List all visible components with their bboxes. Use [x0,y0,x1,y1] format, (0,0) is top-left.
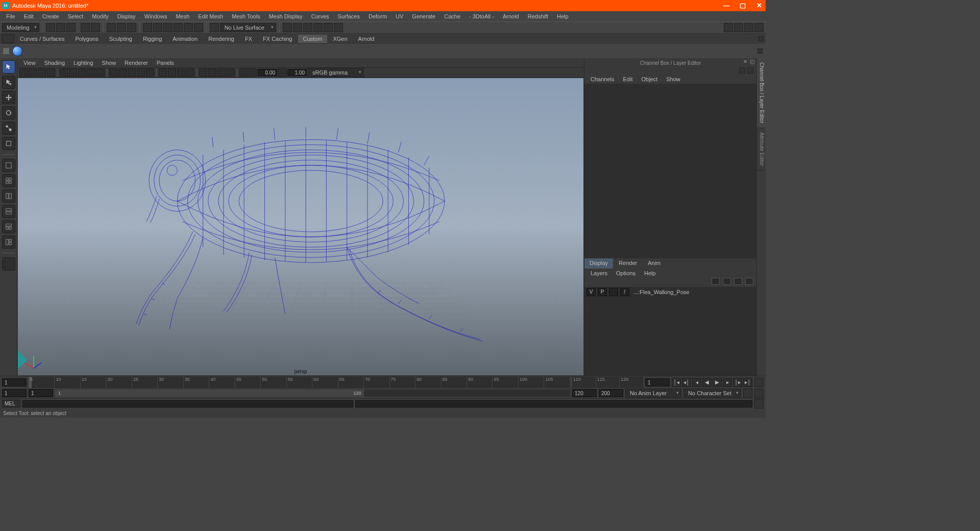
redo-icon[interactable] [91,23,100,32]
snap-plane-icon[interactable] [174,23,183,32]
channel-mode-icon-1[interactable] [739,67,745,74]
toggle-modeling-toolkit-icon[interactable] [754,23,764,32]
snap-curve-icon[interactable] [153,23,162,32]
move-layer-up-icon[interactable] [712,278,720,285]
layer-name[interactable]: ...:Flea_Walking_Pose [631,289,690,295]
save-scene-icon[interactable] [66,23,76,32]
render-settings-icon[interactable] [313,23,323,32]
wireframe-icon[interactable] [109,68,117,77]
shelf-edit-icon[interactable] [3,48,9,54]
panel-menu-panels[interactable]: Panels [153,59,178,67]
3d-viewport[interactable]: persp [18,78,583,375]
menu-modify[interactable]: Modify [88,12,112,20]
panel-menu-view[interactable]: View [19,59,40,67]
side-tab-attribute-editor[interactable]: Attribute Editor [757,128,766,171]
ssao-icon[interactable] [199,68,207,77]
go-to-end-button[interactable]: ▸│ [743,378,752,387]
snap-grid-icon[interactable] [143,23,152,32]
snap-view-icon[interactable] [194,23,203,32]
time-ruler[interactable]: 5101520253035404550556065707580859095100… [29,377,570,388]
shelf-tab-arnold[interactable]: Arnold [353,35,380,43]
close-button[interactable]: ✕ [754,1,764,10]
script-editor-icon[interactable] [754,399,764,408]
range-start-field[interactable]: 1 [2,389,27,397]
menu-mesh-tools[interactable]: Mesh Tools [228,12,264,20]
layout-three-top-icon[interactable] [2,220,15,233]
isolate-select-icon[interactable] [159,68,167,77]
panel-menu-show[interactable]: Show [98,59,120,67]
play-forward-button[interactable]: ▶ [713,378,722,387]
close-panel-icon[interactable]: ✕ [743,59,747,64]
resolution-gate-icon[interactable] [69,68,77,77]
ipr-render-icon[interactable] [303,23,312,32]
cb-menu-show[interactable]: Show [662,75,684,83]
layer-type-cell[interactable] [609,288,618,296]
menu-create[interactable]: Create [38,12,63,20]
maximize-button[interactable]: ▢ [738,1,747,10]
layer-tab-display[interactable]: Display [584,258,613,269]
shadows-icon[interactable] [146,68,154,77]
toggle-tool-settings-icon[interactable] [734,23,743,32]
camera-bookmarks-icon[interactable] [38,68,46,77]
gate-mask-icon[interactable] [78,68,86,77]
shelf-tab-rigging[interactable]: Rigging [138,35,167,43]
step-back-button[interactable]: ◂ [692,378,701,387]
menu-mesh[interactable]: Mesh [172,12,193,20]
last-tool[interactable] [2,137,15,150]
menu-arnold[interactable]: Arnold [499,12,523,20]
open-scene-icon[interactable] [56,23,65,32]
menu-edit-mesh[interactable]: Edit Mesh [194,12,227,20]
range-bar[interactable]: 1 120 [55,390,570,397]
gamma-icon[interactable] [278,68,286,77]
gamma-field[interactable]: 1.00 [287,69,307,76]
panel-menu-renderer[interactable]: Renderer [120,59,152,67]
current-frame-field-left[interactable]: 1 [2,378,27,387]
shelf-tab-fx[interactable]: FX [240,35,257,43]
select-camera-icon[interactable] [19,68,28,77]
new-scene-icon[interactable] [46,23,55,32]
current-frame-field-right[interactable]: 1 [645,378,670,387]
layer-playback-cell[interactable]: P [598,288,607,296]
side-tab-channel-box[interactable]: Channel Box / Layer Editor [757,58,766,128]
shelf-tab-xgen[interactable]: XGen [328,35,352,43]
image-plane-icon[interactable] [47,68,55,77]
layer-menu-layers[interactable]: Layers [586,269,611,277]
menu-deform[interactable]: Deform [364,12,391,20]
use-lights-icon[interactable] [137,68,145,77]
xray-icon[interactable] [168,68,176,77]
new-layer-assign-icon[interactable] [745,278,753,285]
render-current-icon[interactable] [293,23,302,32]
panel-menu-shading[interactable]: Shading [40,59,69,67]
shelf-tab-rendering[interactable]: Rendering [203,35,239,43]
menu-edit[interactable]: Edit [20,12,38,20]
cb-menu-object[interactable]: Object [637,75,662,83]
select-by-component-icon[interactable] [127,23,136,32]
menu-uv[interactable]: UV [391,12,407,20]
multisample-icon[interactable] [217,68,226,77]
layer-visibility-cell[interactable]: V [586,288,596,296]
safe-action-icon[interactable] [96,68,105,77]
use-textures-icon[interactable] [128,68,136,77]
shelf-scroll-down-icon[interactable] [757,49,763,54]
menu-windows[interactable]: Windows [140,12,172,20]
command-input[interactable] [22,400,353,407]
step-forward-key-button[interactable]: │▸ [733,378,742,387]
shelf-custom-button[interactable] [12,46,22,56]
xray-components-icon[interactable] [186,68,194,77]
toggle-channel-box-icon[interactable] [744,23,753,32]
playback-loop-icon[interactable] [754,378,764,387]
live-surface-dropdown[interactable]: No Live Surface [220,23,276,32]
shelf-tab-animation[interactable]: Animation [167,35,203,43]
move-layer-down-icon[interactable] [723,278,731,285]
select-by-object-icon[interactable] [117,23,126,32]
hypershade-icon[interactable] [324,23,333,32]
range-handle[interactable]: 1 120 [55,390,364,397]
menu-cache[interactable]: Cache [440,12,464,20]
exposure-field[interactable]: 0.00 [258,69,277,76]
outliner-toggle-icon[interactable] [2,257,15,271]
go-to-start-button[interactable]: │◂ [672,378,681,387]
shelf-tab-custom[interactable]: Custom [298,35,328,43]
select-tool[interactable] [2,60,15,74]
render-view-icon[interactable] [334,23,343,32]
layout-two-side-icon[interactable] [2,189,15,203]
